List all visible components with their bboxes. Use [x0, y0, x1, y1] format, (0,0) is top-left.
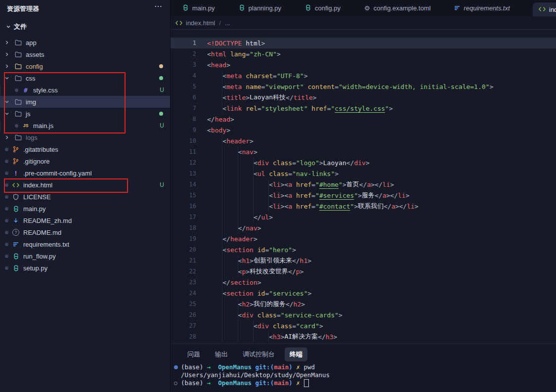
python-icon — [239, 4, 245, 12]
code-line-9[interactable]: 9<body> — [171, 125, 556, 135]
file-dot-icon — [5, 255, 8, 258]
sidebar-item-gitattributes[interactable]: .gitattributes — [0, 143, 170, 155]
sidebar-item-readme-zh-md[interactable]: README_zh.md — [0, 215, 170, 226]
line-number: 25 — [171, 301, 207, 307]
code-line-14[interactable]: 14<li><a href="#home">首页</a></li> — [171, 179, 556, 190]
code-line-22[interactable]: 22<p>科技改变世界</p> — [171, 266, 556, 277]
file-label: index.html — [23, 181, 52, 189]
code-line-11[interactable]: 11<nav> — [171, 146, 556, 157]
breadcrumb-file[interactable]: index.html — [186, 19, 215, 27]
file-dot-icon — [5, 195, 8, 199]
sidebar-item-requirements-txt[interactable]: requirements.txt — [0, 238, 170, 250]
terminal-cursor[interactable] — [304, 379, 309, 387]
sidebar-item-assets[interactable]: assets — [0, 48, 170, 60]
code-icon — [12, 182, 20, 188]
tab-config-py[interactable]: config.py — [293, 0, 352, 16]
chevron-right-icon — [3, 64, 11, 69]
vscode-window: 资源管理器 ⋯ 文件 appassetsconfigcss#style.cssU… — [0, 0, 556, 392]
code-line-25[interactable]: 25<h2>我们的服务</h2> — [171, 299, 556, 309]
sidebar-item-license[interactable]: LICENSE — [0, 191, 170, 203]
sidebar-item-main-py[interactable]: main.py — [0, 203, 170, 215]
code-line-19[interactable]: 19</header> — [171, 233, 556, 244]
file-label: main.py — [23, 205, 46, 213]
code-line-5[interactable]: 5<meta name="viewport" content="width=de… — [171, 81, 556, 92]
code-editor[interactable]: 1<!DOCTYPE html>2<html lang="zh-CN">3<he… — [171, 30, 556, 344]
git-icon — [12, 146, 20, 153]
sidebar-item-readme-md[interactable]: ?README.md — [0, 226, 170, 238]
sidebar-item-config[interactable]: config — [0, 60, 170, 72]
tab-planning-py[interactable]: planning.py — [227, 0, 294, 16]
code-line-13[interactable]: 13<ul class="nav-links"> — [171, 168, 556, 179]
panel-tab-problems[interactable]: 问题 — [182, 348, 205, 361]
sidebar-item-style-css[interactable]: #style.cssU — [0, 84, 170, 96]
sidebar-item-pre-commit-config-yaml[interactable]: !.pre-commit-config.yaml — [0, 167, 170, 179]
code-line-4[interactable]: 4<meta charset="UTF-8"> — [171, 70, 556, 81]
breadcrumb-more[interactable]: ... — [225, 19, 230, 27]
panel-tab-output[interactable]: 输出 — [210, 348, 233, 361]
terminal-line-1: (base) → OpenManus git:(main) ✗ pwd — [174, 363, 556, 371]
more-actions-icon[interactable]: ⋯ — [154, 1, 163, 11]
code-line-18[interactable]: 18</nav> — [171, 222, 556, 233]
code-line-6[interactable]: 6<title>Laoyan科技</title> — [171, 92, 556, 103]
tab-label: index.html — [549, 6, 556, 13]
tab-index-html[interactable]: index.html — [533, 2, 556, 16]
sidebar-item-logs[interactable]: logs — [0, 131, 170, 143]
file-label: requirements.txt — [23, 241, 69, 248]
sidebar-item-js[interactable]: js — [0, 108, 170, 120]
sidebar-item-main-js[interactable]: JSmain.jsU — [0, 120, 170, 131]
file-dot-icon — [15, 124, 18, 128]
tab-bar: main.pyplanning.pyconfig.py⚙config.examp… — [171, 0, 556, 16]
code-line-7[interactable]: 7<link rel="stylesheet" href="css/style.… — [171, 103, 556, 114]
python-icon — [12, 253, 20, 260]
sidebar-item-run-flow-py[interactable]: run_flow.py — [0, 250, 170, 262]
code-line-8[interactable]: 8</head> — [171, 114, 556, 125]
code-line-16[interactable]: 16<li><a href="#contact">联系我们</a></li> — [171, 201, 556, 212]
code-line-3[interactable]: 3<head> — [171, 59, 556, 70]
code-line-26[interactable]: 26<div class="service-cards"> — [171, 309, 556, 320]
terminal[interactable]: (base) → OpenManus git:(main) ✗ pwd/User… — [171, 363, 556, 387]
panel-tab-debug-console[interactable]: 调试控制台 — [238, 348, 280, 361]
js-icon: JS — [22, 123, 30, 128]
code-line-2[interactable]: 2<html lang="zh-CN"> — [171, 48, 556, 59]
chevron-right-icon — [3, 40, 11, 45]
breadcrumb[interactable]: index.html / ... — [171, 16, 556, 30]
sidebar-item-img[interactable]: img — [0, 96, 170, 108]
line-number: 1 — [171, 40, 207, 46]
code-line-28[interactable]: 28<h3>AI解决方案</h3> — [171, 331, 556, 342]
file-label: main.js — [33, 122, 53, 130]
tab-requirements-txt[interactable]: requirements.txt — [442, 0, 521, 16]
sidebar-item-css[interactable]: css — [0, 72, 170, 84]
code-line-17[interactable]: 17</ul> — [171, 212, 556, 222]
line-number: 23 — [171, 279, 207, 286]
sidebar-item-setup-py[interactable]: setup.py — [0, 262, 170, 274]
code-line-27[interactable]: 27<div class="card"> — [171, 320, 556, 331]
sidebar-item-gitignore[interactable]: .gitignore — [0, 155, 170, 167]
file-label: img — [26, 98, 36, 106]
code-line-12[interactable]: 12<div class="logo">Laoyan</div> — [171, 157, 556, 168]
hash-icon: # — [22, 87, 30, 94]
file-tree: appassetsconfigcss#style.cssUimgjsJSmain… — [0, 37, 170, 274]
line-number: 9 — [171, 127, 207, 133]
editor-group: main.pyplanning.pyconfig.py⚙config.examp… — [171, 0, 556, 392]
code-line-24[interactable]: 24<section id="services"> — [171, 288, 556, 299]
code-line-20[interactable]: 20<section id="hero"> — [171, 244, 556, 255]
code-line-15[interactable]: 15<li><a href="#services">服务</a></li> — [171, 190, 556, 201]
terminal-line-2: /Users/yanjiahui/Desktop/study/OpenManus — [174, 371, 556, 379]
line-number: 15 — [171, 192, 207, 199]
code-line-1[interactable]: 1<!DOCTYPE html> — [171, 38, 556, 48]
code-line-21[interactable]: 21<h1>创新引领未来</h1> — [171, 255, 556, 266]
panel-tab-terminal[interactable]: 终端 — [285, 348, 307, 361]
tab-main-py[interactable]: main.py — [171, 0, 227, 16]
files-section-header[interactable]: 文件 — [0, 21, 170, 33]
tab-config-example-toml[interactable]: ⚙config.example.toml — [352, 0, 442, 16]
file-dot-icon — [5, 243, 8, 246]
line-number: 24 — [171, 290, 207, 297]
code-line-23[interactable]: 23</section> — [171, 277, 556, 288]
code-line-10[interactable]: 10<header> — [171, 135, 556, 146]
python-icon — [12, 265, 20, 271]
file-label: setup.py — [23, 264, 47, 272]
file-label: style.css — [33, 87, 58, 94]
line-number: 16 — [171, 203, 207, 210]
sidebar-item-app[interactable]: app — [0, 37, 170, 48]
sidebar-item-index-html[interactable]: index.htmlU — [0, 179, 170, 191]
